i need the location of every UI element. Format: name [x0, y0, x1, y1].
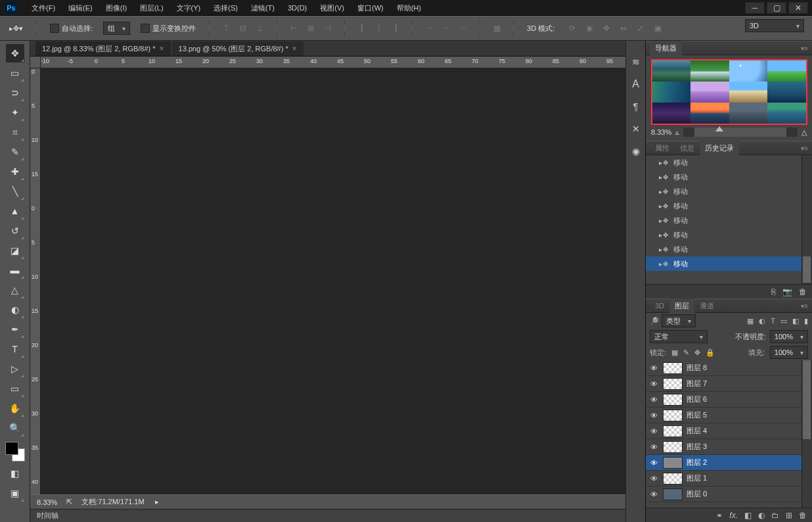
dist-left-icon[interactable]: ┈	[422, 21, 436, 36]
menu-item[interactable]: 帮助(H)	[390, 0, 428, 16]
new-layer-icon[interactable]: ⊞	[786, 511, 792, 520]
quickmask-toggle[interactable]: ◧	[6, 464, 24, 483]
layer-name[interactable]: 图层 3	[687, 442, 707, 452]
align-hmid-icon[interactable]: ⊞	[304, 21, 318, 36]
horizontal-ruler[interactable]: -10-505101520253035404550556065707580859…	[41, 57, 625, 68]
type-tool[interactable]: T	[6, 340, 24, 358]
dist-right-icon[interactable]: ┈	[456, 21, 470, 36]
brushes-icon[interactable]: ✕	[628, 121, 644, 137]
navigator-thumbnail[interactable]	[651, 59, 807, 125]
delete-layer-icon[interactable]: 🗑	[799, 511, 807, 520]
gradient-tool[interactable]: ▬	[6, 261, 24, 279]
blur-tool[interactable]: △	[6, 281, 24, 299]
panel-menu-icon[interactable]: ▾≡	[801, 45, 808, 52]
eraser-tool[interactable]: ◪	[6, 241, 24, 260]
menu-item[interactable]: 3D(D)	[281, 0, 313, 16]
panel-menu-icon[interactable]: ▾≡	[801, 145, 808, 152]
new-doc-from-state-icon[interactable]: ⎘	[771, 287, 776, 297]
filter-kind-select[interactable]: 类型	[662, 314, 696, 327]
layer-style-icon[interactable]: fx.	[729, 511, 738, 520]
menu-item[interactable]: 文字(Y)	[170, 0, 208, 16]
history-brush-tool[interactable]: ↺	[6, 222, 24, 240]
document-tab[interactable]: 13.png @ 50% (图层 2, RGB/8#) *×	[172, 41, 304, 56]
menu-item[interactable]: 编辑(E)	[62, 0, 99, 16]
menu-item[interactable]: 视图(V)	[313, 0, 351, 16]
panel-tab[interactable]: 属性	[650, 141, 675, 155]
visibility-toggle[interactable]: 👁	[648, 459, 659, 467]
layer-thumbnail[interactable]	[663, 410, 683, 421]
workspace-select[interactable]: 3D	[745, 19, 804, 32]
menu-item[interactable]: 选择(S)	[207, 0, 244, 16]
character-icon[interactable]: A	[628, 76, 644, 92]
dist-bottom-icon[interactable]: ┇	[388, 21, 403, 36]
visibility-toggle[interactable]: 👁	[648, 412, 659, 419]
visibility-toggle[interactable]: 👁	[648, 364, 659, 372]
libraries-icon[interactable]: ◉	[628, 143, 644, 159]
move-tool[interactable]: ✥	[6, 44, 24, 62]
maximize-button[interactable]: ▢	[767, 2, 786, 14]
brush-tool[interactable]: ╲	[6, 182, 24, 201]
zoom-level[interactable]: 8.33%	[37, 498, 57, 506]
stamp-tool[interactable]: ▲	[6, 202, 24, 220]
align-vmid-icon[interactable]: ⊟	[236, 21, 250, 36]
marquee-tool[interactable]: ▭	[6, 64, 24, 82]
magic-wand-tool[interactable]: ✦	[6, 103, 24, 122]
layer-item[interactable]: 👁图层 3	[646, 439, 812, 455]
layer-thumbnail[interactable]	[663, 488, 683, 500]
hand-tool[interactable]: ✋	[6, 399, 24, 417]
align-left-icon[interactable]: ⊢	[286, 21, 301, 36]
lock-pos-icon[interactable]: ✥	[694, 348, 700, 357]
auto-align-icon[interactable]: ▦	[489, 21, 504, 36]
foreground-color[interactable]	[5, 442, 18, 455]
vertical-ruler[interactable]: 0510150510152025303540	[30, 68, 41, 494]
visibility-toggle[interactable]: 👁	[648, 475, 659, 483]
3d-slide-icon[interactable]: ⇔	[616, 21, 631, 36]
align-top-icon[interactable]: ⊤	[219, 21, 233, 36]
layer-name[interactable]: 图层 1	[687, 473, 707, 483]
filter-smart-icon[interactable]: ◧	[792, 317, 799, 325]
layer-item[interactable]: 👁图层 4	[646, 423, 812, 439]
dist-top-icon[interactable]: ┇	[354, 21, 369, 36]
layer-name[interactable]: 图层 5	[687, 410, 707, 420]
fill-input[interactable]: 100%	[770, 346, 808, 359]
filter-toggle-icon[interactable]: ▮	[804, 317, 808, 325]
close-button[interactable]: ✕	[788, 2, 808, 14]
layer-item[interactable]: 👁图层 2	[646, 455, 812, 471]
menu-item[interactable]: 图像(I)	[99, 0, 133, 16]
history-item[interactable]: ▸✥移动	[646, 155, 812, 170]
nav-zoom-value[interactable]: 8.33%	[651, 128, 671, 136]
eyedropper-tool[interactable]: ✎	[6, 143, 24, 161]
minimize-button[interactable]: ─	[745, 2, 765, 14]
layer-name[interactable]: 图层 8	[687, 363, 707, 373]
visibility-toggle[interactable]: 👁	[648, 490, 659, 498]
nav-zoom-out-icon[interactable]: ▵	[675, 128, 679, 137]
layer-mask-icon[interactable]: ◧	[744, 511, 752, 520]
navigator-header[interactable]: 导航器 ▾≡	[646, 41, 812, 55]
layer-item[interactable]: 👁图层 0	[646, 486, 812, 502]
blend-mode-select[interactable]: 正常	[650, 330, 708, 343]
lock-all-icon[interactable]: 🔒	[706, 348, 715, 357]
history-item[interactable]: ▸✥移动	[646, 199, 812, 213]
layer-name[interactable]: 图层 4	[687, 426, 707, 436]
layer-item[interactable]: 👁图层 1	[646, 471, 812, 486]
paragraph-icon[interactable]: ¶	[628, 99, 644, 114]
opacity-input[interactable]: 100%	[770, 330, 808, 343]
layer-thumbnail[interactable]	[663, 441, 683, 453]
crop-tool[interactable]: ⌗	[6, 123, 24, 141]
path-select-tool[interactable]: ▷	[6, 360, 24, 378]
document-tab[interactable]: 12.jpg @ 8.33% (图层 2, RGB/8#) *×	[35, 41, 171, 56]
visibility-toggle[interactable]: 👁	[648, 427, 659, 435]
layer-item[interactable]: 👁图层 6	[646, 392, 812, 408]
doc-size[interactable]: 文档:71.2M/171.1M	[81, 497, 144, 507]
screenmode-toggle[interactable]: ▣	[6, 484, 24, 502]
menu-item[interactable]: 文件(F)	[25, 0, 62, 16]
dist-hmid-icon[interactable]: ┈	[439, 21, 453, 36]
tool-preset[interactable]: ▸✥▾	[5, 21, 27, 36]
zoom-tool[interactable]: 🔍	[6, 419, 24, 437]
heal-tool[interactable]: ✚	[6, 162, 24, 181]
3d-roll-icon[interactable]: ◉	[582, 21, 597, 36]
3d-cam-icon[interactable]: ▣	[650, 21, 665, 36]
menu-item[interactable]: 滤镜(T)	[244, 0, 281, 16]
adjustment-layer-icon[interactable]: ◐	[758, 511, 765, 520]
history-scrollbar[interactable]	[801, 155, 812, 284]
